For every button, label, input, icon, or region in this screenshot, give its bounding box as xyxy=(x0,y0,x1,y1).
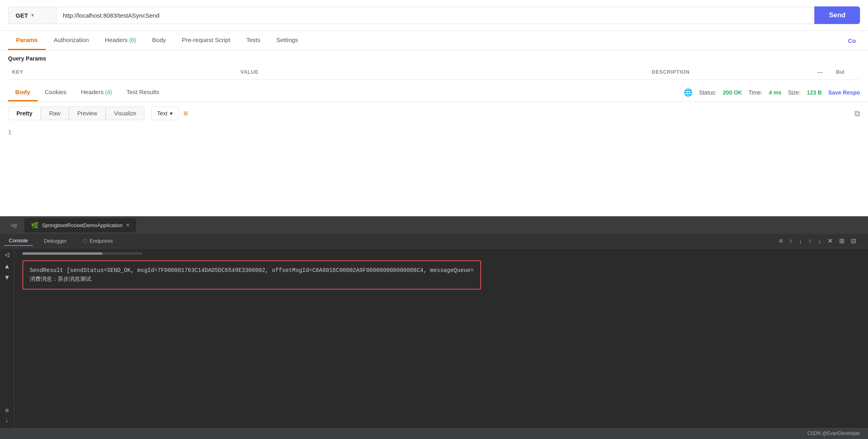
col-desc-header: DESCRIPTION xyxy=(652,69,804,76)
col-bulk-header: Bul xyxy=(836,69,860,76)
ide-output-box: SendResult [sendStatus=SEND_OK, msgId=7F… xyxy=(22,260,481,290)
ide-tab-debugger[interactable]: Debugger xyxy=(39,236,72,246)
url-bar: GET ▾ Send xyxy=(0,0,868,31)
scroll-down-icon[interactable]: ▼ xyxy=(4,274,10,281)
ide-output-line-2: 消费消息：异步消息测试 xyxy=(30,275,474,284)
close-app-tab-icon[interactable]: ✕ xyxy=(126,222,130,228)
ide-scrollbar-thumb xyxy=(22,252,103,255)
line-number-1: 1 xyxy=(8,129,11,135)
ide-app-tab[interactable]: 🌿 SpringbootRocketDemoApplication ✕ xyxy=(24,218,137,232)
response-tab-cookies[interactable]: Cookies xyxy=(38,84,74,101)
globe-icon: 🌐 xyxy=(684,88,693,97)
response-tabs-row: Body Cookies Headers (4) Test Results 🌐 … xyxy=(0,84,868,102)
ide-tab-bar: ug: 🌿 SpringbootRocketDemoApplication ✕ xyxy=(0,216,868,234)
query-params-label: Query Params xyxy=(8,55,860,62)
collapse-icon[interactable]: ▷ xyxy=(5,252,9,259)
top-panel: GET ▾ Send Params Authorization Headers … xyxy=(0,0,868,216)
col-value-header: VALUE xyxy=(240,69,652,76)
text-dropdown-label: Text xyxy=(157,110,167,117)
time-value: 4 ms xyxy=(769,89,781,96)
response-tab-test-results[interactable]: Test Results xyxy=(119,84,167,101)
save-response-button[interactable]: Save Respo xyxy=(828,89,860,96)
format-bar: Pretty Raw Preview Visualize Text ▾ ≡ ⧉ xyxy=(0,102,868,125)
col-key-header: KEY xyxy=(8,69,240,76)
ide-main-content: ▷ ▲ ▼ ≡ ↓ SendResult [sendStatus=SEND_OK… xyxy=(0,248,868,428)
size-label: Size: xyxy=(788,89,800,96)
format-preview-btn[interactable]: Preview xyxy=(69,107,106,120)
ide-app-name: SpringbootRocketDemoApplication xyxy=(42,222,123,228)
spring-icon: 🌿 xyxy=(31,222,39,229)
tab-params[interactable]: Params xyxy=(8,31,46,50)
query-params-section: Query Params KEY VALUE DESCRIPTION ··· B… xyxy=(0,50,868,80)
send-button[interactable]: Send xyxy=(814,6,860,24)
wrap-lines-icon[interactable]: ≡ xyxy=(5,407,9,414)
cookies-link[interactable]: Co xyxy=(844,32,860,50)
copy-icon[interactable]: ⧉ xyxy=(854,109,860,118)
tab-tests[interactable]: Tests xyxy=(238,31,268,50)
wrap-icon[interactable]: ≡ xyxy=(183,109,188,118)
ide-toolbar-btn-1[interactable]: ≡ xyxy=(777,238,784,245)
col-actions-header: ··· xyxy=(804,69,836,76)
status-label: Status: xyxy=(699,89,717,96)
endpoints-icon: ⬡ xyxy=(83,238,87,244)
ide-toolbar-btn-3[interactable]: ↓ xyxy=(797,238,804,245)
tab-authorization[interactable]: Authorization xyxy=(46,31,97,50)
size-value: 123 B xyxy=(807,89,822,96)
response-tab-headers[interactable]: Headers (4) xyxy=(74,84,119,101)
ide-app-tag: ug: xyxy=(8,222,21,228)
response-body-content: 1 xyxy=(0,125,868,139)
ide-tab-endpoints[interactable]: ⬡ Endpoints xyxy=(78,236,118,246)
bottom-panel: ug: 🌿 SpringbootRocketDemoApplication ✕ … xyxy=(0,216,868,439)
method-chevron-icon: ▾ xyxy=(31,12,34,18)
method-label: GET xyxy=(16,12,28,19)
download-icon[interactable]: ↓ xyxy=(5,417,9,424)
scroll-up-icon[interactable]: ▲ xyxy=(4,263,10,270)
format-raw-btn[interactable]: Raw xyxy=(41,107,69,120)
ide-toolbar-btn-6[interactable]: ✕ xyxy=(826,237,834,245)
tab-pre-request-script[interactable]: Pre-request Script xyxy=(174,31,238,50)
response-status-area: 🌐 Status: 200 OK Time: 4 ms Size: 123 B … xyxy=(684,88,860,97)
ide-scrollbar[interactable] xyxy=(22,252,143,255)
ide-toolbar-btn-2[interactable]: ↑ xyxy=(787,238,794,245)
tab-headers[interactable]: Headers (6) xyxy=(97,31,144,50)
method-select[interactable]: GET ▾ xyxy=(8,7,56,24)
format-visualize-btn[interactable]: Visualize xyxy=(106,107,145,120)
ide-tab-console[interactable]: Console xyxy=(4,236,33,246)
ide-status-bar: CSDN @EvanDeveloper xyxy=(0,428,868,439)
ide-side-panel: ▷ ▲ ▼ ≡ ↓ xyxy=(0,248,14,428)
text-dropdown-chevron-icon: ▾ xyxy=(170,110,173,117)
ide-toolbar-btn-7[interactable]: ⊞ xyxy=(838,237,846,245)
tab-settings[interactable]: Settings xyxy=(268,31,306,50)
request-tabs-row: Params Authorization Headers (6) Body Pr… xyxy=(0,31,868,50)
time-label: Time: xyxy=(749,89,762,96)
response-tab-body[interactable]: Body xyxy=(8,84,38,101)
url-input[interactable] xyxy=(56,7,814,24)
csdn-label: CSDN @EvanDeveloper xyxy=(807,431,860,436)
ide-toolbar-btn-4[interactable]: ↑ xyxy=(807,238,813,245)
ide-toolbar: ≡ ↑ ↓ ↑ ↓ ✕ ⊞ ⊟ xyxy=(771,237,864,245)
ide-output-line-1: SendResult [sendStatus=SEND_OK, msgId=7F… xyxy=(30,266,474,275)
params-table-header: KEY VALUE DESCRIPTION ··· Bul xyxy=(8,66,860,80)
tab-body[interactable]: Body xyxy=(144,31,174,50)
ide-toolbar-btn-5[interactable]: ↓ xyxy=(816,238,823,245)
ide-inner-tabs: Console Debugger ⬡ Endpoints ≡ ↑ ↓ ↑ ↓ ✕… xyxy=(0,234,868,248)
status-value: 200 OK xyxy=(723,89,742,96)
format-pretty-btn[interactable]: Pretty xyxy=(8,107,41,120)
ide-toolbar-btn-8[interactable]: ⊟ xyxy=(849,237,858,245)
text-dropdown[interactable]: Text ▾ xyxy=(151,107,179,120)
ide-console-output: SendResult [sendStatus=SEND_OK, msgId=7F… xyxy=(14,248,868,428)
